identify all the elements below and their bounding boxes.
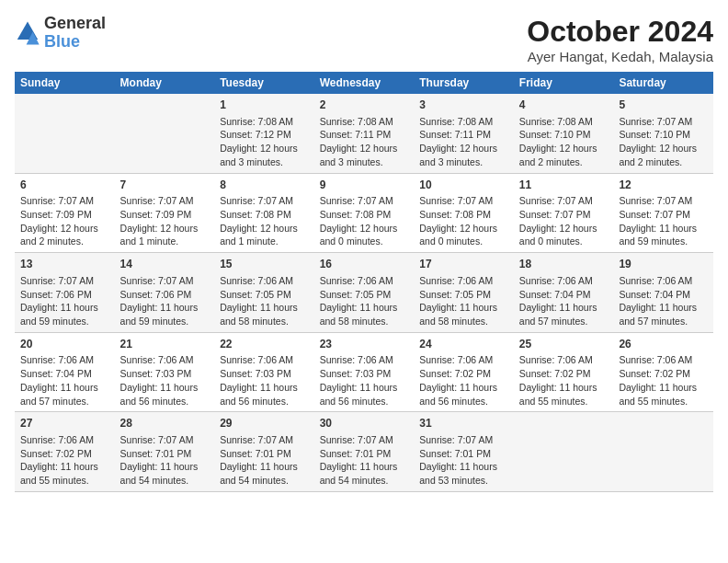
- day-info: Sunrise: 7:08 AM Sunset: 7:10 PM Dayligh…: [519, 115, 609, 169]
- day-cell: 12Sunrise: 7:07 AM Sunset: 7:07 PM Dayli…: [613, 173, 713, 253]
- day-cell: [15, 94, 115, 173]
- day-info: Sunrise: 7:06 AM Sunset: 7:05 PM Dayligh…: [419, 274, 508, 328]
- day-info: Sunrise: 7:07 AM Sunset: 7:07 PM Dayligh…: [619, 194, 708, 248]
- logo-icon: [15, 20, 40, 46]
- day-number: 14: [120, 257, 210, 272]
- day-cell: 10Sunrise: 7:07 AM Sunset: 7:08 PM Dayli…: [414, 173, 514, 253]
- day-info: Sunrise: 7:06 AM Sunset: 7:03 PM Dayligh…: [320, 353, 409, 408]
- day-info: Sunrise: 7:07 AM Sunset: 7:10 PM Dayligh…: [619, 115, 708, 169]
- col-header-monday: Monday: [115, 72, 215, 94]
- day-info: Sunrise: 7:06 AM Sunset: 7:04 PM Dayligh…: [519, 274, 609, 328]
- day-info: Sunrise: 7:06 AM Sunset: 7:02 PM Dayligh…: [20, 433, 109, 488]
- day-info: Sunrise: 7:07 AM Sunset: 7:08 PM Dayligh…: [419, 194, 508, 248]
- day-cell: 21Sunrise: 7:06 AM Sunset: 7:03 PM Dayli…: [115, 332, 215, 412]
- day-number: 8: [220, 178, 309, 193]
- day-info: Sunrise: 7:06 AM Sunset: 7:04 PM Dayligh…: [20, 353, 109, 408]
- day-info: Sunrise: 7:07 AM Sunset: 7:08 PM Dayligh…: [220, 194, 309, 248]
- day-number: 10: [419, 178, 508, 193]
- day-number: 27: [20, 416, 109, 431]
- day-number: 18: [519, 257, 609, 272]
- col-header-friday: Friday: [514, 72, 614, 94]
- day-cell: 3Sunrise: 7:08 AM Sunset: 7:11 PM Daylig…: [414, 94, 514, 173]
- day-number: 17: [419, 257, 508, 272]
- day-info: Sunrise: 7:07 AM Sunset: 7:09 PM Dayligh…: [120, 194, 210, 248]
- day-cell: 26Sunrise: 7:06 AM Sunset: 7:02 PM Dayli…: [613, 332, 713, 412]
- day-number: 1: [220, 98, 309, 113]
- main-title: October 2024: [527, 15, 713, 49]
- day-info: Sunrise: 7:07 AM Sunset: 7:06 PM Dayligh…: [120, 274, 210, 328]
- day-number: 16: [320, 257, 409, 272]
- day-number: 20: [20, 337, 109, 352]
- day-number: 30: [320, 416, 409, 431]
- day-cell: 28Sunrise: 7:07 AM Sunset: 7:01 PM Dayli…: [115, 412, 215, 492]
- day-cell: 13Sunrise: 7:07 AM Sunset: 7:06 PM Dayli…: [15, 253, 115, 333]
- day-number: 19: [619, 257, 708, 272]
- day-number: 29: [220, 416, 309, 431]
- day-info: Sunrise: 7:08 AM Sunset: 7:11 PM Dayligh…: [320, 115, 409, 169]
- logo: General Blue: [15, 15, 106, 52]
- day-info: Sunrise: 7:06 AM Sunset: 7:04 PM Dayligh…: [619, 274, 708, 328]
- day-cell: 8Sunrise: 7:07 AM Sunset: 7:08 PM Daylig…: [214, 173, 314, 253]
- day-cell: [115, 94, 215, 173]
- day-cell: 15Sunrise: 7:06 AM Sunset: 7:05 PM Dayli…: [214, 253, 314, 333]
- day-number: 2: [320, 98, 409, 113]
- day-info: Sunrise: 7:06 AM Sunset: 7:05 PM Dayligh…: [220, 274, 309, 328]
- day-cell: 29Sunrise: 7:07 AM Sunset: 7:01 PM Dayli…: [214, 412, 314, 492]
- day-number: 13: [20, 257, 109, 272]
- col-header-saturday: Saturday: [613, 72, 713, 94]
- day-cell: 1Sunrise: 7:08 AM Sunset: 7:12 PM Daylig…: [214, 94, 314, 173]
- col-header-thursday: Thursday: [414, 72, 514, 94]
- week-row-2: 6Sunrise: 7:07 AM Sunset: 7:09 PM Daylig…: [15, 173, 713, 253]
- day-cell: 4Sunrise: 7:08 AM Sunset: 7:10 PM Daylig…: [514, 94, 614, 173]
- day-info: Sunrise: 7:07 AM Sunset: 7:07 PM Dayligh…: [519, 194, 609, 248]
- day-number: 12: [619, 178, 708, 193]
- day-cell: 18Sunrise: 7:06 AM Sunset: 7:04 PM Dayli…: [514, 253, 614, 333]
- day-cell: 31Sunrise: 7:07 AM Sunset: 7:01 PM Dayli…: [414, 412, 514, 492]
- day-info: Sunrise: 7:06 AM Sunset: 7:02 PM Dayligh…: [619, 353, 708, 408]
- day-cell: 6Sunrise: 7:07 AM Sunset: 7:09 PM Daylig…: [15, 173, 115, 253]
- day-cell: 22Sunrise: 7:06 AM Sunset: 7:03 PM Dayli…: [214, 332, 314, 412]
- day-cell: 11Sunrise: 7:07 AM Sunset: 7:07 PM Dayli…: [514, 173, 614, 253]
- day-cell: 23Sunrise: 7:06 AM Sunset: 7:03 PM Dayli…: [314, 332, 415, 412]
- day-cell: 20Sunrise: 7:06 AM Sunset: 7:04 PM Dayli…: [15, 332, 115, 412]
- day-info: Sunrise: 7:08 AM Sunset: 7:12 PM Dayligh…: [220, 115, 309, 169]
- day-number: 28: [120, 416, 210, 431]
- day-cell: 2Sunrise: 7:08 AM Sunset: 7:11 PM Daylig…: [314, 94, 415, 173]
- day-info: Sunrise: 7:06 AM Sunset: 7:02 PM Dayligh…: [419, 353, 508, 408]
- day-number: 21: [120, 337, 210, 352]
- day-number: 25: [519, 337, 609, 352]
- day-cell: 27Sunrise: 7:06 AM Sunset: 7:02 PM Dayli…: [15, 412, 115, 492]
- day-cell: 14Sunrise: 7:07 AM Sunset: 7:06 PM Dayli…: [115, 253, 215, 333]
- week-row-4: 20Sunrise: 7:06 AM Sunset: 7:04 PM Dayli…: [15, 332, 713, 412]
- day-number: 26: [619, 337, 708, 352]
- col-header-sunday: Sunday: [15, 72, 115, 94]
- day-info: Sunrise: 7:06 AM Sunset: 7:05 PM Dayligh…: [320, 274, 409, 328]
- title-area: October 2024 Ayer Hangat, Kedah, Malaysi…: [527, 15, 713, 64]
- day-number: 23: [320, 337, 409, 352]
- week-row-3: 13Sunrise: 7:07 AM Sunset: 7:06 PM Dayli…: [15, 253, 713, 333]
- day-number: 31: [419, 416, 508, 431]
- week-row-1: 1Sunrise: 7:08 AM Sunset: 7:12 PM Daylig…: [15, 94, 713, 173]
- day-info: Sunrise: 7:07 AM Sunset: 7:09 PM Dayligh…: [20, 194, 109, 248]
- day-info: Sunrise: 7:07 AM Sunset: 7:01 PM Dayligh…: [320, 433, 409, 488]
- day-number: 4: [519, 98, 609, 113]
- day-info: Sunrise: 7:07 AM Sunset: 7:01 PM Dayligh…: [419, 433, 508, 488]
- day-cell: 19Sunrise: 7:06 AM Sunset: 7:04 PM Dayli…: [613, 253, 713, 333]
- day-info: Sunrise: 7:06 AM Sunset: 7:03 PM Dayligh…: [120, 353, 210, 408]
- day-info: Sunrise: 7:07 AM Sunset: 7:01 PM Dayligh…: [220, 433, 309, 488]
- day-number: 22: [220, 337, 309, 352]
- day-number: 9: [320, 178, 409, 193]
- sub-title: Ayer Hangat, Kedah, Malaysia: [527, 49, 713, 64]
- day-cell: 16Sunrise: 7:06 AM Sunset: 7:05 PM Dayli…: [314, 253, 415, 333]
- day-info: Sunrise: 7:06 AM Sunset: 7:02 PM Dayligh…: [519, 353, 609, 408]
- day-number: 24: [419, 337, 508, 352]
- col-header-wednesday: Wednesday: [314, 72, 415, 94]
- day-number: 11: [519, 178, 609, 193]
- day-number: 5: [619, 98, 708, 113]
- day-info: Sunrise: 7:06 AM Sunset: 7:03 PM Dayligh…: [220, 353, 309, 408]
- day-cell: 7Sunrise: 7:07 AM Sunset: 7:09 PM Daylig…: [115, 173, 215, 253]
- day-info: Sunrise: 7:08 AM Sunset: 7:11 PM Dayligh…: [419, 115, 508, 169]
- day-number: 6: [20, 178, 109, 193]
- day-info: Sunrise: 7:07 AM Sunset: 7:06 PM Dayligh…: [20, 274, 109, 328]
- logo-text: General Blue: [44, 15, 106, 52]
